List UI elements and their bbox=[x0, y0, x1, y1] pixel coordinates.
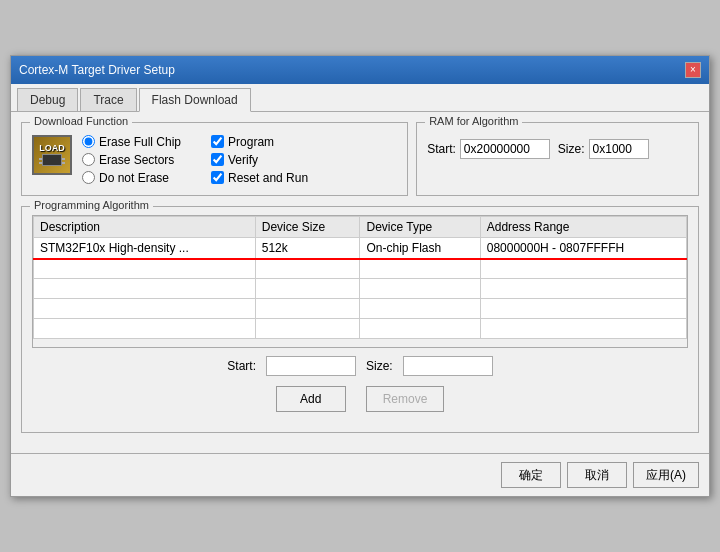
ram-start-input[interactable] bbox=[460, 139, 550, 159]
col-address-range: Address Range bbox=[480, 216, 686, 237]
table-row-empty-2 bbox=[34, 279, 687, 299]
table-row-empty-1 bbox=[34, 259, 687, 279]
empty-cell-16 bbox=[480, 319, 686, 339]
ram-size-input[interactable] bbox=[589, 139, 649, 159]
add-button[interactable]: Add bbox=[276, 386, 346, 412]
ram-size-label: Size: bbox=[558, 142, 585, 156]
empty-cell-6 bbox=[255, 279, 360, 299]
algorithm-table: Description Device Size Device Type Addr… bbox=[33, 216, 687, 340]
table-row-empty-3 bbox=[34, 299, 687, 319]
ram-for-algorithm-group: RAM for Algorithm Start: Size: bbox=[416, 122, 699, 196]
algorithm-table-body: STM32F10x High-density ... 512k On-chip … bbox=[34, 237, 687, 339]
empty-cell-5 bbox=[34, 279, 256, 299]
table-row[interactable]: STM32F10x High-density ... 512k On-chip … bbox=[34, 237, 687, 259]
checkbox-program-input[interactable] bbox=[211, 135, 224, 148]
empty-cell-8 bbox=[480, 279, 686, 299]
radio-erase-sectors[interactable]: Erase Sectors bbox=[82, 153, 181, 167]
size-input[interactable] bbox=[403, 356, 493, 376]
empty-cell-1 bbox=[34, 259, 256, 279]
cell-device-size: 512k bbox=[255, 237, 360, 259]
empty-cell-3 bbox=[360, 259, 480, 279]
load-icon: LOAD bbox=[32, 135, 72, 175]
main-content: Download Function LOAD Erase Full Chip bbox=[11, 112, 709, 454]
checkbox-reset-and-run[interactable]: Reset and Run bbox=[211, 171, 308, 185]
add-remove-row: Add Remove bbox=[32, 386, 688, 412]
bottom-bar: 确定 取消 应用(A) bbox=[11, 453, 709, 496]
start-label: Start: bbox=[227, 359, 256, 373]
main-window: Cortex-M Target Driver Setup × Debug Tra… bbox=[10, 55, 710, 498]
ram-start-label: Start: bbox=[427, 142, 456, 156]
empty-cell-14 bbox=[255, 319, 360, 339]
checkbox-verify-input[interactable] bbox=[211, 153, 224, 166]
size-label: Size: bbox=[366, 359, 393, 373]
radio-erase-full-chip-label: Erase Full Chip bbox=[99, 135, 181, 149]
load-icon-inner: LOAD bbox=[32, 135, 72, 175]
tab-debug[interactable]: Debug bbox=[17, 88, 78, 111]
ram-group-label: RAM for Algorithm bbox=[425, 115, 522, 127]
radio-do-not-erase-label: Do not Erase bbox=[99, 171, 169, 185]
checkbox-options: Program Verify Reset and Run bbox=[211, 135, 308, 185]
empty-cell-9 bbox=[34, 299, 256, 319]
top-row: Download Function LOAD Erase Full Chip bbox=[21, 122, 699, 206]
start-input[interactable] bbox=[266, 356, 356, 376]
radio-do-not-erase[interactable]: Do not Erase bbox=[82, 171, 181, 185]
radio-erase-sectors-label: Erase Sectors bbox=[99, 153, 174, 167]
ram-inner: Start: Size: bbox=[427, 139, 688, 159]
cancel-button[interactable]: 取消 bbox=[567, 462, 627, 488]
checkbox-verify[interactable]: Verify bbox=[211, 153, 308, 167]
empty-cell-13 bbox=[34, 319, 256, 339]
empty-cell-4 bbox=[480, 259, 686, 279]
cell-address-range: 08000000H - 0807FFFFH bbox=[480, 237, 686, 259]
radio-options: Erase Full Chip Erase Sectors Do not Era… bbox=[82, 135, 181, 185]
ok-button[interactable]: 确定 bbox=[501, 462, 561, 488]
empty-cell-15 bbox=[360, 319, 480, 339]
programming-algorithm-group: Programming Algorithm Description Device… bbox=[21, 206, 699, 434]
empty-cell-10 bbox=[255, 299, 360, 319]
radio-erase-full-chip[interactable]: Erase Full Chip bbox=[82, 135, 181, 149]
checkbox-program[interactable]: Program bbox=[211, 135, 308, 149]
radio-do-not-erase-input[interactable] bbox=[82, 171, 95, 184]
empty-cell-12 bbox=[480, 299, 686, 319]
algorithm-table-head: Description Device Size Device Type Addr… bbox=[34, 216, 687, 237]
empty-cell-11 bbox=[360, 299, 480, 319]
apply-button[interactable]: 应用(A) bbox=[633, 462, 699, 488]
tab-trace[interactable]: Trace bbox=[80, 88, 136, 111]
checkbox-reset-and-run-label: Reset and Run bbox=[228, 171, 308, 185]
tab-bar: Debug Trace Flash Download bbox=[11, 84, 709, 112]
load-chip bbox=[42, 154, 62, 166]
title-bar: Cortex-M Target Driver Setup × bbox=[11, 56, 709, 84]
algorithm-table-header-row: Description Device Size Device Type Addr… bbox=[34, 216, 687, 237]
ram-size-field: Size: bbox=[558, 139, 649, 159]
checkbox-verify-label: Verify bbox=[228, 153, 258, 167]
radio-erase-full-chip-input[interactable] bbox=[82, 135, 95, 148]
start-size-row: Start: Size: bbox=[32, 356, 688, 376]
window-title: Cortex-M Target Driver Setup bbox=[19, 63, 175, 77]
tab-flash-download[interactable]: Flash Download bbox=[139, 88, 251, 112]
empty-cell-2 bbox=[255, 259, 360, 279]
cell-device-type: On-chip Flash bbox=[360, 237, 480, 259]
load-text: LOAD bbox=[39, 143, 65, 153]
download-function-label: Download Function bbox=[30, 115, 132, 127]
cell-description: STM32F10x High-density ... bbox=[34, 237, 256, 259]
empty-cell-7 bbox=[360, 279, 480, 299]
table-row-empty-4 bbox=[34, 319, 687, 339]
checkbox-reset-and-run-input[interactable] bbox=[211, 171, 224, 184]
algorithm-table-wrapper: Description Device Size Device Type Addr… bbox=[32, 215, 688, 349]
remove-button[interactable]: Remove bbox=[366, 386, 445, 412]
download-function-group: Download Function LOAD Erase Full Chip bbox=[21, 122, 408, 196]
col-device-size: Device Size bbox=[255, 216, 360, 237]
programming-algorithm-label: Programming Algorithm bbox=[30, 199, 153, 211]
col-device-type: Device Type bbox=[360, 216, 480, 237]
download-function-inner: LOAD Erase Full Chip Erase Sectors bbox=[32, 135, 397, 185]
col-description: Description bbox=[34, 216, 256, 237]
ram-start-field: Start: bbox=[427, 139, 550, 159]
checkbox-program-label: Program bbox=[228, 135, 274, 149]
radio-erase-sectors-input[interactable] bbox=[82, 153, 95, 166]
close-button[interactable]: × bbox=[685, 62, 701, 78]
